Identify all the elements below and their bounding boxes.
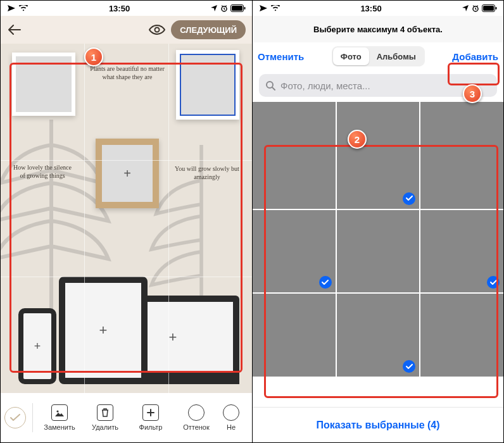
toolbar-label: Фильтр (139, 423, 163, 431)
selected-check-icon (487, 276, 500, 289)
photo-thumb[interactable] (253, 294, 336, 377)
editor-screen: 13:50 СЛЕДУЮЩИЙ Plants are beautiful (1, 1, 252, 442)
photo-thumb[interactable] (253, 102, 336, 126)
preview-button[interactable] (148, 21, 166, 39)
status-bar: 13:50 (253, 1, 503, 16)
photo-slot[interactable] (12, 53, 75, 116)
delete-button[interactable]: Удалить (84, 404, 127, 431)
plus-icon (142, 404, 159, 421)
toolbar-label: Не (227, 423, 236, 431)
search-placeholder: Фото, люди, места... (280, 80, 370, 91)
status-bar: 13:50 (1, 1, 252, 16)
alarm-icon (220, 4, 228, 12)
toolbar-overflow[interactable]: Не (220, 404, 242, 431)
svg-point-5 (56, 410, 58, 412)
collage-canvas[interactable]: Plants are beautiful no matter what shap… (1, 44, 252, 393)
editor-header: СЛЕДУЮЩИЙ (1, 16, 252, 44)
wifi-icon (18, 5, 28, 11)
battery-icon (230, 4, 246, 12)
location-icon (210, 4, 218, 12)
callout-badge: 2 (348, 130, 367, 149)
callout-badge: 3 (463, 84, 482, 103)
photo-thumb[interactable] (420, 294, 503, 377)
next-button[interactable]: СЛЕДУЮЩИЙ (171, 20, 246, 39)
battery-icon (482, 4, 497, 12)
alarm-icon (472, 4, 479, 12)
circle-icon (223, 404, 239, 421)
quote-text: How lovely the silence of growing things (11, 164, 74, 180)
phone-slot[interactable]: + (18, 308, 56, 384)
trash-icon (97, 404, 113, 421)
picker-header: Отменить Фото Альбомы Добавить (253, 42, 503, 70)
replace-button[interactable]: Заменить (38, 404, 81, 431)
toolbar-label: Удалить (92, 423, 118, 431)
show-selected-button[interactable]: Показать выбранные (4) (253, 407, 503, 442)
selected-check-icon (403, 360, 415, 373)
photo-slot[interactable] (176, 50, 239, 120)
photo-thumb[interactable] (337, 210, 420, 293)
tint-button[interactable]: Оттенок (175, 404, 218, 431)
back-button[interactable] (7, 22, 22, 37)
photo-thumb[interactable] (420, 210, 503, 293)
photo-thumb[interactable] (337, 294, 420, 377)
svg-rect-3 (244, 7, 246, 9)
svg-rect-9 (496, 7, 497, 9)
apply-button[interactable] (4, 407, 26, 428)
airplane-mode-icon (7, 4, 16, 12)
circle-icon (188, 404, 205, 421)
segment-photo[interactable]: Фото (333, 47, 369, 65)
tablet-slot[interactable]: + (59, 277, 148, 384)
quote-text: Plants are beautiful no matter what shap… (89, 65, 165, 81)
svg-point-4 (155, 28, 160, 32)
search-icon (265, 80, 275, 90)
cancel-button[interactable]: Отменить (258, 51, 304, 62)
segment-albums[interactable]: Альбомы (369, 47, 424, 65)
add-button[interactable]: Добавить (452, 51, 498, 62)
photo-thumb[interactable] (337, 102, 420, 126)
selected-check-icon (319, 276, 332, 289)
selected-check-icon (403, 192, 415, 205)
image-icon (51, 404, 68, 421)
callout-badge: 1 (84, 47, 103, 66)
photo-thumb[interactable] (253, 210, 336, 293)
photo-thumb[interactable] (420, 102, 503, 126)
location-icon (462, 4, 469, 12)
toolbar-label: Заменить (44, 423, 75, 431)
status-time: 13:50 (109, 4, 130, 13)
photo-thumb[interactable] (253, 126, 336, 209)
picker-screen: 13:50 Выберите максимум 4 объекта. Отмен… (252, 1, 503, 442)
device-mockups: + + + (18, 270, 239, 384)
picker-subtitle: Выберите максимум 4 объекта. (253, 16, 503, 42)
toolbar-label: Оттенок (183, 423, 210, 431)
show-selected-label: Показать выбранные (4) (316, 420, 439, 431)
next-button-label: СЛЕДУЮЩИЙ (180, 25, 237, 35)
editor-toolbar: Заменить Удалить Фильтр Оттенок Не (1, 393, 252, 442)
search-input[interactable]: Фото, люди, места... (259, 74, 497, 97)
photo-thumb[interactable] (420, 126, 503, 209)
filter-button[interactable]: Фильтр (129, 404, 172, 431)
photo-gallery (253, 102, 503, 407)
segmented-control: Фото Альбомы (332, 46, 425, 66)
airplane-mode-icon (259, 4, 268, 12)
quote-text: You will grow slowly but amazingly (172, 165, 242, 181)
status-time: 13:50 (360, 4, 381, 13)
svg-rect-8 (483, 6, 494, 11)
photo-slot-empty[interactable]: + (96, 139, 159, 208)
svg-rect-2 (232, 6, 243, 11)
wifi-icon (270, 5, 280, 11)
